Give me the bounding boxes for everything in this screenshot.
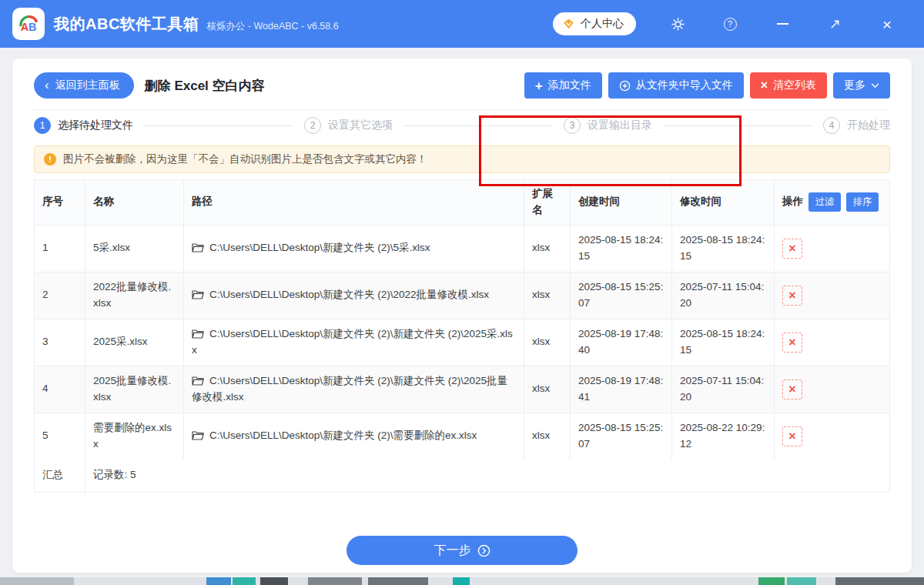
modified-time-cell: 2025-08-15 18:24:15 — [672, 319, 775, 366]
step-4-circle: 4 — [823, 117, 840, 134]
row-index-cell: 3 — [35, 319, 85, 366]
file-ext-cell: xlsx — [524, 226, 571, 272]
modified-time-cell: 2025-08-22 10:29:12 — [672, 413, 775, 460]
step-2-label: 设置其它选项 — [328, 119, 393, 132]
plus-icon: + — [535, 79, 543, 92]
filter-button[interactable]: 过滤 — [808, 192, 841, 212]
file-path-cell: C:\Users\DELL\Desktop\新建文件夹 (2)\新建文件夹 (2… — [184, 319, 524, 366]
account-center-button[interactable]: 个人中心 — [553, 12, 636, 35]
sort-button[interactable]: 排序 — [846, 192, 879, 212]
file-ext-cell: xlsx — [524, 413, 571, 460]
remove-file-button[interactable]: × — [782, 333, 802, 353]
clear-list-button[interactable]: × 清空列表 — [750, 72, 827, 99]
step-3-circle: 3 — [564, 117, 581, 134]
record-count: 记录数: 5 — [85, 460, 889, 492]
row-index-cell: 4 — [35, 366, 85, 413]
file-path-cell: C:\Users\DELL\Desktop\新建文件夹 (2)\2022批量修改… — [184, 272, 524, 319]
header-created: 创建时间 — [571, 180, 672, 225]
file-path-cell: C:\Users\DELL\Desktop\新建文件夹 (2)\新建文件夹 (2… — [184, 366, 524, 413]
table-row: 42025批量修改模.xlsxC:\Users\DELL\Desktop\新建文… — [35, 366, 889, 413]
folder-icon — [192, 376, 204, 386]
step-4-start-processing: 4 开始处理 — [823, 117, 890, 134]
step-2-circle: 2 — [304, 117, 321, 134]
titlebar: A B 我的ABC软件工具箱 核烁办公 - WodeABC - v6.58.6 … — [0, 0, 924, 48]
help-icon[interactable]: ? — [708, 0, 752, 48]
step-1-label: 选择待处理文件 — [58, 119, 133, 132]
summary-row: 汇总 记录数: 5 — [35, 460, 889, 492]
app-logo: A B — [12, 8, 45, 40]
next-step-label: 下一步 — [434, 543, 471, 559]
main-area: ‹ 返回到主面板 删除 Excel 空白内容 + 添加文件 从文件夹中导入文件 … — [0, 48, 924, 577]
file-ext-cell: xlsx — [524, 272, 571, 319]
file-path-cell: C:\Users\DELL\Desktop\新建文件夹 (2)\5采.xlsx — [184, 226, 524, 272]
step-connector — [663, 125, 812, 126]
table-row: 22022批量修改模.xlsxC:\Users\DELL\Desktop\新建文… — [35, 272, 889, 319]
table-row: 32025采.xlsxC:\Users\DELL\Desktop\新建文件夹 (… — [35, 319, 889, 366]
warning-icon: ! — [44, 153, 56, 165]
header-actions: 操作 过滤 排序 — [775, 180, 889, 225]
folder-icon — [192, 242, 204, 253]
row-index-cell: 1 — [35, 226, 85, 272]
header-modified: 修改时间 — [672, 180, 775, 225]
clear-list-label: 清空列表 — [773, 79, 816, 92]
step-connector — [403, 125, 553, 126]
row-index-cell: 5 — [35, 413, 85, 460]
file-path-cell: C:\Users\DELL\Desktop\新建文件夹 (2)\需要删除的ex.… — [184, 413, 524, 460]
page-title: 删除 Excel 空白内容 — [145, 77, 265, 95]
file-name-cell: 2022批量修改模.xlsx — [85, 272, 184, 319]
content-card: ‹ 返回到主面板 删除 Excel 空白内容 + 添加文件 从文件夹中导入文件 … — [12, 58, 912, 573]
card-spacer — [34, 493, 890, 536]
add-files-label: 添加文件 — [548, 79, 591, 92]
circled-plus-icon — [619, 80, 631, 92]
chevron-down-icon — [871, 83, 879, 89]
warning-banner: ! 图片不会被删除，因为这里「不会」自动识别图片上是否包含文字或其它内容！ — [34, 145, 890, 173]
arrow-right-circle-icon — [477, 544, 490, 557]
back-button-label: 返回到主面板 — [55, 79, 120, 92]
settings-gear-icon[interactable] — [656, 0, 699, 48]
svg-text:B: B — [28, 21, 36, 33]
created-time-cell: 2025-08-19 17:48:40 — [571, 319, 672, 366]
step-1-select-files: 1 选择待处理文件 — [34, 117, 133, 134]
import-from-folder-button[interactable]: 从文件夹中导入文件 — [608, 72, 744, 99]
file-name-cell: 5采.xlsx — [85, 226, 184, 272]
step-3-output-dir: 3 设置输出目录 — [564, 117, 652, 134]
remove-file-button[interactable]: × — [782, 239, 802, 259]
remove-file-button[interactable]: × — [782, 286, 802, 306]
minimize-icon[interactable] — [761, 0, 804, 48]
next-step-button[interactable]: 下一步 — [346, 536, 578, 565]
table-row: 15采.xlsxC:\Users\DELL\Desktop\新建文件夹 (2)\… — [35, 226, 889, 272]
created-time-cell: 2025-08-19 17:48:41 — [571, 366, 672, 413]
step-2-other-options: 2 设置其它选项 — [304, 117, 393, 134]
more-button[interactable]: 更多 — [833, 72, 890, 99]
file-table: 序号 名称 路径 扩展名 创建时间 修改时间 操作 过滤 排序 15采.xlsx… — [34, 179, 890, 493]
modified-time-cell: 2025-07-11 15:04:20 — [672, 366, 775, 413]
header-name: 名称 — [85, 180, 184, 225]
row-index-cell: 2 — [35, 272, 85, 319]
svg-text:A: A — [21, 21, 29, 33]
file-name-cell: 2025批量修改模.xlsx — [85, 366, 184, 413]
created-time-cell: 2025-08-15 18:24:15 — [571, 226, 672, 272]
vip-gem-icon — [562, 18, 575, 30]
remove-file-button[interactable]: × — [782, 379, 802, 399]
modified-time-cell: 2025-07-11 15:04:20 — [672, 272, 775, 319]
app-title: 我的ABC软件工具箱 — [54, 14, 199, 35]
chevron-left-icon: ‹ — [45, 79, 49, 92]
table-row: 5需要删除的ex.xlsxC:\Users\DELL\Desktop\新建文件夹… — [35, 413, 889, 460]
table-header-row: 序号 名称 路径 扩展名 创建时间 修改时间 操作 过滤 排序 — [35, 180, 889, 226]
remove-file-button[interactable]: × — [782, 426, 802, 446]
header-ext: 扩展名 — [524, 180, 571, 225]
header-index: 序号 — [35, 180, 85, 225]
table-body: 15采.xlsxC:\Users\DELL\Desktop\新建文件夹 (2)\… — [35, 226, 889, 460]
header-actions-label: 操作 — [782, 194, 803, 210]
add-files-button[interactable]: + 添加文件 — [524, 72, 602, 99]
card-footer: 下一步 — [34, 536, 890, 573]
back-to-dashboard-button[interactable]: ‹ 返回到主面板 — [34, 72, 134, 99]
resize-icon[interactable] — [813, 0, 856, 48]
row-actions-cell: × — [775, 366, 889, 413]
app-subtitle: 核烁办公 - WodeABC - v6.58.6 — [206, 20, 338, 33]
folder-icon — [192, 329, 204, 339]
row-actions-cell: × — [775, 226, 889, 272]
header-path: 路径 — [184, 180, 524, 225]
x-icon: × — [761, 79, 768, 92]
close-icon[interactable]: × — [865, 0, 909, 48]
